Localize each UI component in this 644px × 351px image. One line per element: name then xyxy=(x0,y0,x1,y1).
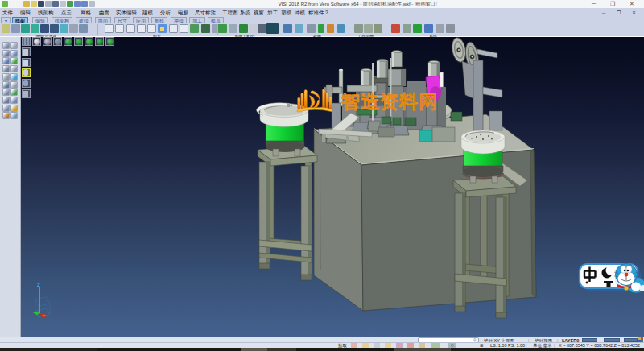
svg-text:Z: Z xyxy=(37,283,40,287)
